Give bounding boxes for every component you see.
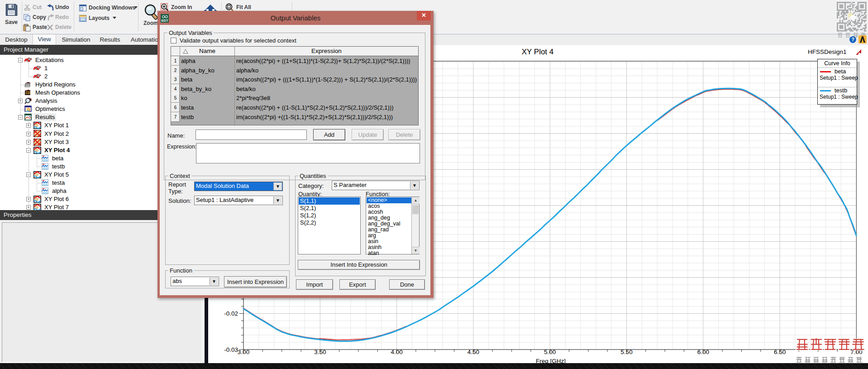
svg-text:5.50: 5.50: [620, 349, 632, 355]
svg-text:6.50: 6.50: [774, 349, 786, 355]
svg-text:Freq [GHz]: Freq [GHz]: [536, 358, 566, 363]
svg-text:3.50: 3.50: [314, 349, 326, 355]
svg-text:4.50: 4.50: [467, 349, 479, 355]
svg-text:3.00: 3.00: [238, 349, 249, 355]
svg-text:6.00: 6.00: [697, 349, 709, 355]
svg-text:EDT: EDT: [162, 19, 168, 23]
svg-text:-0.02: -0.02: [224, 310, 238, 317]
svg-text:4.00: 4.00: [391, 349, 402, 355]
svg-text:5.00: 5.00: [544, 349, 556, 355]
svg-text:-0.03: -0.03: [224, 346, 238, 353]
